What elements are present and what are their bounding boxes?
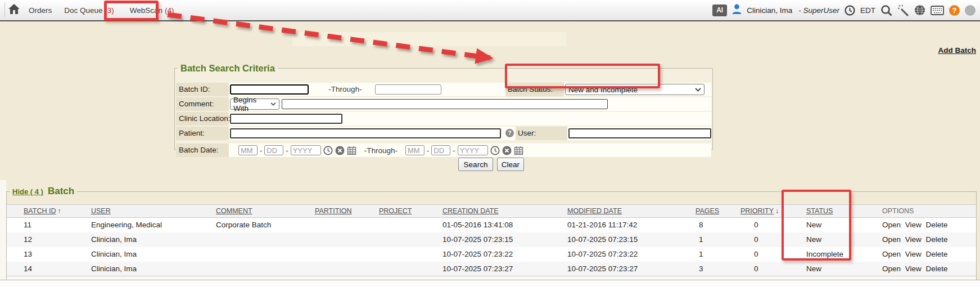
pages-cell: 8	[694, 218, 739, 232]
nav-item-doc-queue[interactable]: Doc Queue (3)	[64, 6, 114, 15]
through-label: -Through-	[318, 83, 373, 96]
open-link[interactable]: Open	[882, 250, 901, 258]
batch-date-to-year-input[interactable]	[458, 145, 488, 155]
batch-date-label: Batch Date:	[176, 144, 229, 157]
add-batch-link[interactable]: Add Batch	[938, 46, 977, 55]
pages-cell: 3	[694, 262, 739, 276]
batch-date-from-month-input[interactable]	[238, 145, 258, 155]
home-button[interactable]	[8, 4, 20, 16]
batch-date-to-month-input[interactable]	[405, 145, 424, 155]
delete-link[interactable]: Delete	[926, 221, 948, 229]
batch-date-from-year-input[interactable]	[291, 145, 321, 155]
column-header-modified-date[interactable]: MODIFIED DATE	[566, 205, 694, 218]
creation-date-cell: 10-07-2025 07:23:22	[441, 247, 566, 262]
column-header-creation-date[interactable]: CREATION DATE	[441, 205, 566, 218]
patient-help-icon[interactable]: ?	[505, 129, 514, 137]
user-label: User:	[516, 127, 567, 140]
column-header-priority[interactable]: PRIORITY↓	[739, 205, 805, 218]
nav-item-label: Doc Queue	[64, 6, 102, 15]
project-cell	[378, 247, 441, 262]
delete-link[interactable]: Delete	[926, 250, 948, 258]
date-separator: -	[260, 146, 262, 155]
clinic-location-input[interactable]	[230, 114, 342, 124]
delete-link[interactable]: Delete	[926, 264, 948, 273]
user-cell: Clinician, Ima	[90, 232, 215, 247]
comment-cell: Corporate Batch	[215, 218, 314, 232]
column-header-user[interactable]: USER	[90, 205, 215, 218]
globe-icon[interactable]	[914, 5, 925, 16]
time-picker-icon[interactable]	[323, 146, 333, 155]
table-row: 11 Engineering, Medical Corporate Batch …	[7, 218, 976, 232]
clear-date-icon[interactable]	[502, 146, 512, 155]
ai-badge[interactable]: AI	[712, 5, 727, 16]
column-header-comment[interactable]: COMMENT	[215, 205, 314, 218]
batch-id-to-input[interactable]	[375, 84, 441, 95]
hide-results-link[interactable]: Hide ( 4 )	[12, 187, 43, 196]
sort-asc-icon[interactable]: ↑	[57, 207, 61, 215]
open-link[interactable]: Open	[882, 264, 901, 273]
nav-item-label: WebScan	[130, 6, 162, 15]
batch-date-to-day-input[interactable]	[431, 145, 450, 155]
view-link[interactable]: View	[905, 235, 922, 244]
left-gutter	[0, 180, 6, 287]
comment-cell	[215, 232, 314, 247]
batch-results-panel: Hide ( 4 ) Batch BATCH ID↑ USER COMMENT …	[6, 186, 977, 280]
user-cell: Clinician, Ima	[90, 262, 215, 276]
top-nav-bar: Orders Doc Queue (3) WebScan (4) AI Clin…	[0, 0, 980, 21]
nav-item-orders[interactable]: Orders	[29, 6, 52, 15]
batch-date-group: - - -Through- -	[238, 144, 523, 157]
modified-date-cell: 10-07-2025 07:23:15	[566, 232, 694, 247]
patient-input[interactable]	[230, 128, 501, 138]
user-cell: Engineering, Medical	[90, 218, 215, 232]
column-header-partition[interactable]: PARTITION	[314, 205, 378, 218]
view-link[interactable]: View	[905, 250, 922, 258]
highlight-band	[292, 32, 566, 46]
batch-date-from-day-input[interactable]	[264, 145, 283, 155]
comment-cell	[215, 262, 314, 276]
batch-status-label: Batch Status:	[505, 83, 564, 96]
column-header-options: OPTIONS	[881, 205, 976, 218]
batch-id-from-input[interactable]	[230, 84, 309, 95]
open-link[interactable]: Open	[882, 221, 901, 229]
clear-button[interactable]: Clear	[497, 158, 524, 171]
time-picker-icon[interactable]	[490, 146, 500, 155]
webscan-page: Orders Doc Queue (3) WebScan (4) AI Clin…	[0, 0, 980, 287]
home-icon	[8, 4, 20, 16]
batch-search-criteria-panel: Batch Search Criteria Batch ID: -Through…	[174, 63, 713, 150]
partition-cell	[314, 247, 378, 262]
clear-date-icon[interactable]	[335, 146, 345, 155]
priority-cell: 0	[739, 247, 805, 262]
user-cell: Clinician, Ima	[90, 247, 215, 262]
column-header-status[interactable]: STATUS	[805, 205, 881, 218]
page-content: Add Batch Batch Search Criteria Batch ID…	[0, 21, 980, 287]
help-icon[interactable]: ?	[949, 5, 960, 16]
delete-link[interactable]: Delete	[926, 235, 948, 244]
date-separator: -	[453, 146, 455, 155]
chevron-down-icon	[695, 88, 701, 92]
table-header-row: BATCH ID↑ USER COMMENT PARTITION PROJECT…	[7, 205, 976, 218]
search-icon[interactable]	[880, 5, 892, 16]
table-row: 13 Clinician, Ima 10-07-2025 07:23:22 10…	[7, 247, 976, 262]
keyboard-icon[interactable]	[931, 6, 944, 15]
view-link[interactable]: View	[905, 264, 922, 273]
batch-status-select[interactable]: New and Incomplete	[565, 84, 704, 95]
nav-item-webscan[interactable]: WebScan (4)	[130, 6, 174, 15]
sort-desc-icon[interactable]: ↓	[775, 207, 779, 215]
column-header-project[interactable]: PROJECT	[378, 205, 441, 218]
user-input[interactable]	[568, 128, 711, 138]
comment-operator-select[interactable]: Begins With	[230, 98, 279, 110]
modified-date-cell: 10-07-2025 07:23:22	[566, 247, 694, 262]
calendar-icon[interactable]	[514, 146, 523, 155]
column-header-pages[interactable]: PAGES	[694, 205, 739, 218]
column-header-batch-id[interactable]: BATCH ID↑	[7, 205, 90, 218]
open-link[interactable]: Open	[882, 235, 901, 244]
through-label: -Through-	[364, 146, 398, 155]
search-button[interactable]: Search	[458, 158, 493, 171]
comment-input[interactable]	[282, 99, 608, 109]
magic-wand-icon[interactable]	[897, 5, 909, 16]
user-name: Clinician, Ima	[747, 6, 792, 15]
calendar-icon[interactable]	[347, 146, 356, 155]
view-link[interactable]: View	[905, 221, 922, 229]
webscan-count: (4)	[165, 6, 174, 15]
date-separator: -	[286, 146, 288, 155]
